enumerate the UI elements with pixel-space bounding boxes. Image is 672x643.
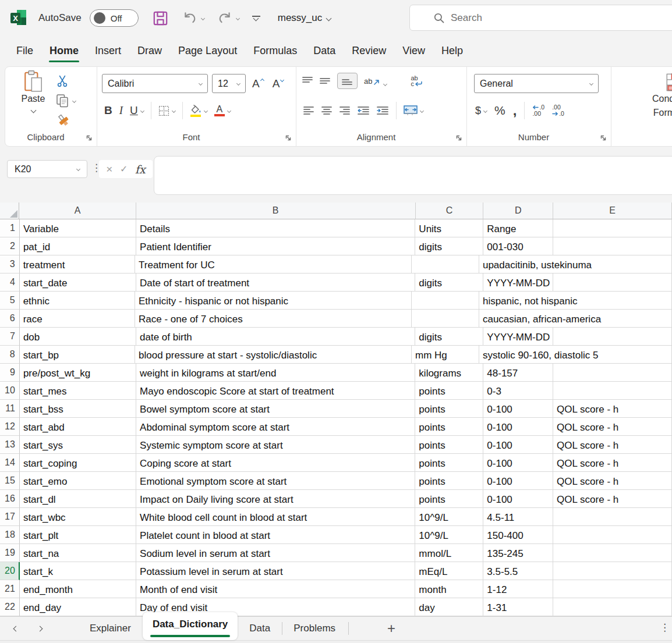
add-sheet-button[interactable]: +	[387, 623, 395, 634]
cell-D4[interactable]: YYYY-MM-DD	[483, 273, 553, 292]
enter-icon[interactable]: ✓	[120, 164, 128, 175]
select-all-button[interactable]	[0, 203, 19, 219]
cell-D21[interactable]: 1-12	[483, 580, 553, 598]
cell-E20[interactable]	[553, 562, 672, 580]
font-color-button[interactable]: A	[214, 105, 231, 116]
menu-tab-file[interactable]: File	[8, 36, 41, 65]
cell-C6[interactable]	[412, 310, 479, 328]
bottom-align-button[interactable]	[337, 73, 358, 89]
previous-sheet-icon[interactable]	[13, 626, 19, 631]
paste-button[interactable]: Paste	[16, 70, 51, 115]
cell-E7[interactable]	[553, 328, 672, 346]
search-input[interactable]	[451, 12, 625, 24]
cell-D1[interactable]: Range	[483, 219, 553, 237]
sheet-options-icon[interactable]: ⋮	[660, 621, 670, 634]
cell-E2[interactable]	[553, 237, 672, 255]
borders-button[interactable]	[158, 105, 175, 116]
cell-C19[interactable]: mmol/L	[415, 544, 483, 562]
cell-B16[interactable]: Impact on Daily living score at start	[136, 490, 415, 508]
cell-C16[interactable]: points	[415, 490, 483, 508]
cell-B13[interactable]: Systemic symptom score at start	[136, 436, 415, 454]
column-header-B[interactable]: B	[136, 203, 416, 219]
cell-B2[interactable]: Patient Identifier	[136, 237, 415, 255]
row-header-7[interactable]: 7	[0, 328, 20, 346]
column-header-E[interactable]: E	[553, 203, 672, 219]
sheet-tab-data_dictionary[interactable]: Data_Dictionary	[143, 612, 238, 640]
row-header-8[interactable]: 8	[0, 346, 20, 364]
cell-A14[interactable]: start_coping	[20, 454, 136, 472]
row-header-9[interactable]: 9	[0, 364, 20, 382]
underline-button[interactable]: U	[130, 104, 144, 117]
cell-B17[interactable]: White blood cell count in blood at start	[136, 508, 415, 526]
copy-button[interactable]	[56, 94, 76, 108]
sheet-tab-data[interactable]: Data	[238, 617, 282, 640]
cell-D6[interactable]: caucasian, african-america	[479, 310, 554, 328]
cell-C21[interactable]: month	[415, 580, 483, 598]
cell-B14[interactable]: Coping score at start	[136, 454, 415, 472]
cell-C15[interactable]: points	[415, 472, 483, 490]
cell-A21[interactable]: end_month	[20, 580, 136, 598]
cell-D10[interactable]: 0-3	[483, 382, 553, 400]
cell-A8[interactable]: start_bp	[20, 346, 135, 364]
cell-A7[interactable]: dob	[20, 328, 136, 346]
cell-B21[interactable]: Month of end visit	[136, 580, 415, 598]
currency-button[interactable]: $	[475, 105, 487, 117]
row-header-1[interactable]: 1	[0, 219, 20, 237]
menu-tab-help[interactable]: Help	[433, 36, 471, 65]
merge-center-button[interactable]	[404, 105, 423, 116]
cell-A3[interactable]: treatment	[20, 255, 135, 273]
cell-D11[interactable]: 0-100	[483, 400, 553, 418]
cell-C17[interactable]: 10^9/L	[415, 508, 483, 526]
quick-access-toolbar-chevron-icon[interactable]	[252, 16, 260, 20]
bold-button[interactable]: B	[104, 104, 112, 117]
font-size-select[interactable]: 12	[212, 74, 246, 93]
cell-E1[interactable]	[553, 219, 672, 237]
insert-function-icon[interactable]: fx	[135, 163, 146, 176]
cell-A17[interactable]: start_wbc	[20, 508, 136, 526]
cell-A19[interactable]: start_na	[20, 544, 136, 562]
cell-D22[interactable]: 1-31	[483, 598, 553, 616]
increase-indent-button[interactable]	[377, 102, 389, 119]
row-header-6[interactable]: 6	[0, 310, 20, 328]
percent-button[interactable]: %	[494, 104, 505, 118]
middle-align-button[interactable]	[320, 73, 331, 89]
cell-D8[interactable]: systolic 90-160, diastolic 5	[479, 346, 554, 364]
row-header-16[interactable]: 16	[0, 490, 20, 508]
workbook-chevron-icon[interactable]	[326, 15, 332, 21]
cell-A16[interactable]: start_dl	[20, 490, 136, 508]
cell-B18[interactable]: Platelet count in blood at start	[136, 526, 415, 544]
row-header-18[interactable]: 18	[0, 526, 20, 544]
cell-E19[interactable]	[553, 544, 672, 562]
fill-color-button[interactable]	[190, 105, 207, 117]
cell-D16[interactable]: 0-100	[483, 490, 553, 508]
menu-tab-review[interactable]: Review	[344, 36, 394, 65]
cell-D7[interactable]: YYYY-MM-DD	[483, 328, 553, 346]
cell-D13[interactable]: 0-100	[483, 436, 553, 454]
cell-C20[interactable]: mEq/L	[415, 562, 483, 580]
cell-C3[interactable]	[412, 255, 479, 273]
row-header-20[interactable]: 20	[0, 562, 20, 580]
row-header-11[interactable]: 11	[0, 400, 20, 418]
cell-C18[interactable]: 10^9/L	[415, 526, 483, 544]
cell-A10[interactable]: start_mes	[20, 382, 136, 400]
decrease-indent-button[interactable]	[358, 102, 370, 119]
cell-C11[interactable]: points	[415, 400, 483, 418]
cell-A22[interactable]: end_day	[20, 598, 136, 616]
row-header-5[interactable]: 5	[0, 292, 20, 310]
column-header-D[interactable]: D	[483, 203, 553, 219]
cell-A6[interactable]: race	[20, 310, 135, 328]
cell-A18[interactable]: start_plt	[20, 526, 136, 544]
format-painter-button[interactable]	[56, 113, 76, 127]
cell-C2[interactable]: digits	[415, 237, 483, 255]
formula-input[interactable]	[154, 156, 672, 195]
cell-B19[interactable]: Sodium level in serum at start	[136, 544, 415, 562]
increase-font-size-button[interactable]: A	[250, 76, 266, 91]
cell-B9[interactable]: weight in kilograms at start/end	[136, 364, 415, 382]
italic-button[interactable]: I	[119, 104, 123, 117]
next-sheet-icon[interactable]	[37, 626, 43, 631]
save-icon[interactable]	[153, 10, 168, 26]
cell-B20[interactable]: Potassium level in serum at start	[136, 562, 415, 580]
menu-tab-data[interactable]: Data	[305, 36, 344, 65]
cell-E21[interactable]	[553, 580, 672, 598]
row-header-12[interactable]: 12	[0, 418, 20, 436]
